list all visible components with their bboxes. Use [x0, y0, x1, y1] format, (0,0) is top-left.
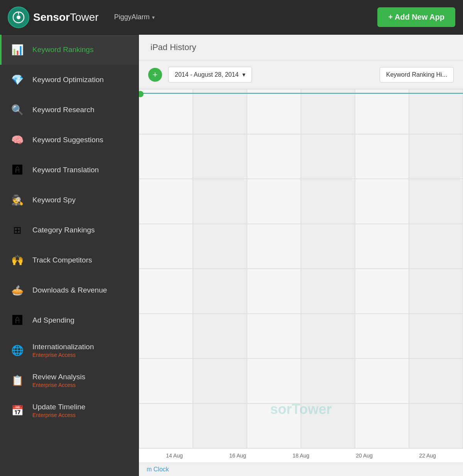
keyword-research-icon: 🔍	[9, 102, 25, 118]
chart-cell	[301, 134, 355, 179]
keyword-optimization-text-block: Keyword Optimization	[32, 76, 104, 84]
chart-cell	[409, 134, 463, 179]
internationalization-label: Internationalization	[32, 343, 94, 351]
keyword-ranking-button[interactable]: Keyword Ranking Hi...	[380, 67, 454, 82]
date-range-picker[interactable]: 2014 - August 28, 2014 ▾	[168, 67, 252, 82]
keyword-research-label: Keyword Research	[32, 106, 95, 114]
axis-label: 14 Aug	[166, 452, 183, 459]
chart-line	[139, 93, 463, 94]
update-timeline-icon: 📅	[9, 402, 25, 419]
page-title: iPad History	[150, 42, 196, 52]
chart-cell	[139, 224, 193, 269]
chart-cell	[139, 404, 193, 449]
keyword-optimization-label: Keyword Optimization	[32, 76, 104, 84]
axis-labels: 14 Aug16 Aug18 Aug20 Aug22 Aug	[139, 452, 463, 459]
chart-cell	[193, 89, 247, 134]
chart-cell	[193, 314, 247, 359]
downloads-revenue-text-block: Downloads & Revenue	[32, 286, 107, 294]
keyword-suggestions-label: Keyword Suggestions	[32, 136, 103, 144]
sidebar: 📊 Keyword Rankings 💎 Keyword Optimizatio…	[0, 35, 139, 476]
category-rankings-label: Category Rankings	[32, 226, 95, 234]
sidebar-item-internationalization[interactable]: 🌐 Internationalization Enterprise Access	[0, 335, 139, 365]
chart-cell	[247, 224, 301, 269]
chart-cell	[355, 358, 409, 404]
review-analysis-label: Review Analysis	[32, 373, 85, 381]
chart-cell	[139, 314, 193, 359]
keyword-spy-label: Keyword Spy	[32, 196, 76, 204]
keyword-rankings-label: Keyword Rankings	[32, 45, 93, 54]
chart-cell	[139, 179, 193, 224]
axis-label: 22 Aug	[419, 452, 436, 459]
chart-cell	[301, 224, 355, 269]
keyword-translation-text-block: Keyword Translation	[32, 166, 99, 174]
keyword-suggestions-icon: 🧠	[9, 132, 25, 148]
sidebar-item-update-timeline[interactable]: 📅 Update Timeline Enterprise Access	[0, 395, 139, 426]
body-area: 📊 Keyword Rankings 💎 Keyword Optimizatio…	[0, 35, 463, 476]
chart-cell	[247, 404, 301, 449]
chart-cell	[301, 89, 355, 134]
review-analysis-icon: 📋	[9, 372, 25, 389]
sidebar-item-keyword-research[interactable]: 🔍 Keyword Research	[0, 95, 139, 125]
sidebar-item-keyword-optimization[interactable]: 💎 Keyword Optimization	[0, 65, 139, 95]
sidebar-item-keyword-rankings[interactable]: 📊 Keyword Rankings	[0, 35, 139, 65]
sidebar-item-category-rankings[interactable]: ⊞ Category Rankings	[0, 215, 139, 245]
sidebar-item-keyword-spy[interactable]: 🕵 Keyword Spy	[0, 185, 139, 215]
keyword-rankings-text-block: Keyword Rankings	[32, 45, 93, 54]
chart-grid	[139, 89, 463, 448]
update-timeline-text-block: Update Timeline Enterprise Access	[32, 403, 85, 418]
keyword-optimization-icon: 💎	[9, 72, 25, 88]
logo-text: SensorTower	[33, 11, 99, 24]
chart-cell	[301, 314, 355, 359]
keyword-research-text-block: Keyword Research	[32, 106, 95, 114]
chart-footer: m Clock	[139, 463, 463, 476]
sidebar-item-keyword-translation[interactable]: 🅰 Keyword Translation	[0, 155, 139, 185]
downloads-revenue-icon: 🥧	[9, 282, 25, 298]
internationalization-sublabel: Enterprise Access	[32, 352, 94, 358]
chart-axis: 14 Aug16 Aug18 Aug20 Aug22 Aug	[139, 448, 463, 463]
sidebar-item-review-analysis[interactable]: 📋 Review Analysis Enterprise Access	[0, 365, 139, 395]
update-timeline-label: Update Timeline	[32, 403, 85, 411]
chart-cell	[139, 134, 193, 179]
chart-cell	[193, 404, 247, 449]
chart-cell	[193, 358, 247, 404]
track-competitors-text-block: Track Competitors	[32, 256, 92, 264]
axis-label: 18 Aug	[292, 452, 309, 459]
chart-cell	[301, 269, 355, 314]
chart-cell	[409, 358, 463, 404]
keyword-spy-text-block: Keyword Spy	[32, 196, 76, 204]
chart-cell	[301, 358, 355, 404]
sidebar-item-downloads-revenue[interactable]: 🥧 Downloads & Revenue	[0, 275, 139, 305]
chart-cell	[247, 134, 301, 179]
logo-area: SensorTower	[8, 7, 99, 28]
chart-cell	[247, 269, 301, 314]
chart-cell	[355, 134, 409, 179]
sidebar-item-ad-spending[interactable]: 🅰 Ad Spending	[0, 305, 139, 335]
date-range-text: 2014 - August 28, 2014	[175, 71, 238, 78]
main-content: iPad History + 2014 - August 28, 2014 ▾ …	[139, 35, 463, 476]
internationalization-icon: 🌐	[9, 342, 25, 358]
app-selector[interactable]: PiggyAlarm ▾	[114, 13, 155, 21]
chart-cell	[409, 89, 463, 134]
sidebar-item-track-competitors[interactable]: 🙌 Track Competitors	[0, 245, 139, 275]
app-name: PiggyAlarm	[114, 13, 150, 21]
chart-cell	[193, 179, 247, 224]
update-timeline-sublabel: Enterprise Access	[32, 412, 85, 418]
add-new-app-button[interactable]: + Add New App	[377, 7, 455, 27]
logo-icon	[8, 7, 29, 28]
chart-cell	[409, 269, 463, 314]
chart-cell	[139, 358, 193, 404]
keyword-suggestions-text-block: Keyword Suggestions	[32, 136, 103, 144]
keyword-spy-icon: 🕵	[9, 192, 25, 208]
svg-point-1	[17, 15, 20, 19]
keyword-translation-icon: 🅰	[9, 162, 25, 178]
add-keyword-button[interactable]: +	[148, 68, 162, 82]
chart-cell	[193, 269, 247, 314]
category-rankings-icon: ⊞	[9, 222, 25, 238]
track-competitors-label: Track Competitors	[32, 256, 92, 264]
main-toolbar: + 2014 - August 28, 2014 ▾ Keyword Ranki…	[139, 61, 463, 89]
chart-cell	[193, 134, 247, 179]
sidebar-item-keyword-suggestions[interactable]: 🧠 Keyword Suggestions	[0, 125, 139, 155]
axis-label: 16 Aug	[229, 452, 246, 459]
date-picker-caret: ▾	[242, 71, 245, 78]
chart-area: sorTower	[139, 89, 463, 448]
